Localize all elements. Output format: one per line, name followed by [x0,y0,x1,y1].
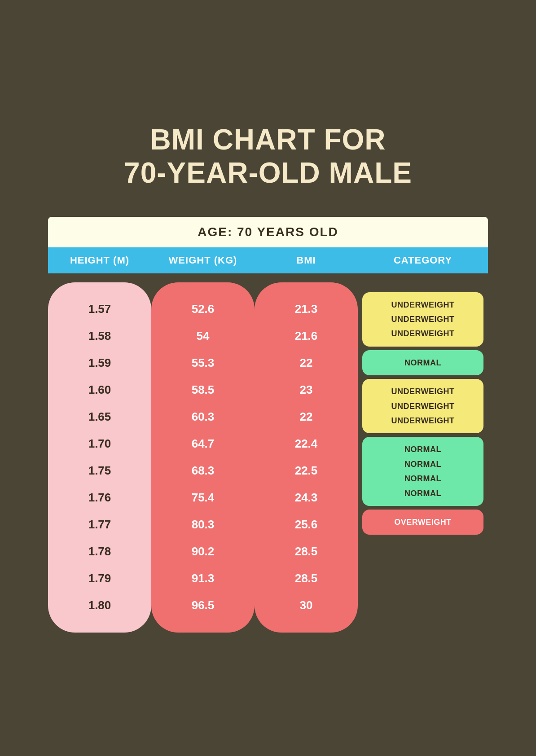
category-normal-1: NORMAL [362,350,483,375]
header-bmi: BMI [255,255,358,266]
cat-label-uw2-2: UNDERWEIGHT [370,399,475,413]
height-10: 1.78 [48,540,151,563]
age-banner: AGE: 70 YEARS OLD [48,217,488,247]
weight-6: 64.7 [151,432,255,455]
bmi-2: 21.6 [255,325,358,347]
bmi-9: 25.6 [255,513,358,536]
height-6: 1.70 [48,432,151,455]
header-row: HEIGHT (m) WEIGHT (kg) BMI CATEGORY [48,247,488,273]
header-weight: WEIGHT (kg) [151,255,255,266]
height-column: 1.57 1.58 1.59 1.60 1.65 1.70 1.75 1.76 … [48,282,151,633]
weight-9: 80.3 [151,513,255,536]
data-area: 1.57 1.58 1.59 1.60 1.65 1.70 1.75 1.76 … [48,282,488,633]
cat-label-uw2-1: UNDERWEIGHT [370,384,475,399]
cat-label-n2-2: NORMAL [370,457,475,471]
bmi-1: 21.3 [255,298,358,321]
bmi-5: 22 [255,405,358,428]
bmi-3: 22 [255,352,358,374]
cat-label-uw1-3: UNDERWEIGHT [370,326,475,341]
bmi-4: 23 [255,378,358,401]
weight-12: 96.5 [151,594,255,617]
height-2: 1.58 [48,325,151,347]
bmi-6: 22.4 [255,432,358,455]
height-7: 1.75 [48,459,151,482]
height-11: 1.79 [48,567,151,590]
height-1: 1.57 [48,298,151,321]
cat-label-n2-4: NORMAL [370,486,475,501]
header-category: CATEGORY [358,255,488,266]
weight-4: 58.5 [151,378,255,401]
bmi-10: 28.5 [255,540,358,563]
category-normal-2: NORMAL NORMAL NORMAL NORMAL [362,437,483,506]
height-3: 1.59 [48,352,151,374]
cat-label-uw1-1: UNDERWEIGHT [370,298,475,312]
weight-7: 68.3 [151,459,255,482]
height-8: 1.76 [48,486,151,509]
weight-8: 75.4 [151,486,255,509]
weight-3: 55.3 [151,352,255,374]
weight-11: 91.3 [151,567,255,590]
weight-10: 90.2 [151,540,255,563]
category-underweight-2: UNDERWEIGHT UNDERWEIGHT UNDERWEIGHT [362,379,483,433]
category-column: UNDERWEIGHT UNDERWEIGHT UNDERWEIGHT NORM… [358,282,488,535]
weight-1: 52.6 [151,298,255,321]
cat-label-n2-3: NORMAL [370,471,475,486]
main-title: BMI CHART FOR 70-YEAR-OLD MALE [124,123,412,189]
weight-5: 60.3 [151,405,255,428]
category-overweight: OVERWEIGHT [362,510,483,535]
height-9: 1.77 [48,513,151,536]
page: BMI CHART FOR 70-YEAR-OLD MALE AGE: 70 Y… [21,123,515,632]
weight-column: 52.6 54 55.3 58.5 60.3 64.7 68.3 75.4 80… [151,282,255,633]
cat-label-n2-1: NORMAL [370,442,475,457]
height-5: 1.65 [48,405,151,428]
bmi-12: 30 [255,594,358,617]
bmi-11: 28.5 [255,567,358,590]
cat-label-n1: NORMAL [370,356,475,370]
cat-label-uw2-3: UNDERWEIGHT [370,413,475,428]
header-height: HEIGHT (m) [48,255,151,266]
cat-label-ow: OVERWEIGHT [370,515,475,529]
height-12: 1.80 [48,594,151,617]
bmi-column: 21.3 21.6 22 23 22 22.4 22.5 24.3 25.6 2… [255,282,358,633]
category-underweight-1: UNDERWEIGHT UNDERWEIGHT UNDERWEIGHT [362,292,483,347]
bmi-8: 24.3 [255,486,358,509]
weight-2: 54 [151,325,255,347]
cat-label-uw1-2: UNDERWEIGHT [370,312,475,326]
chart-container: AGE: 70 YEARS OLD HEIGHT (m) WEIGHT (kg)… [48,217,488,633]
height-4: 1.60 [48,378,151,401]
bmi-7: 22.5 [255,459,358,482]
